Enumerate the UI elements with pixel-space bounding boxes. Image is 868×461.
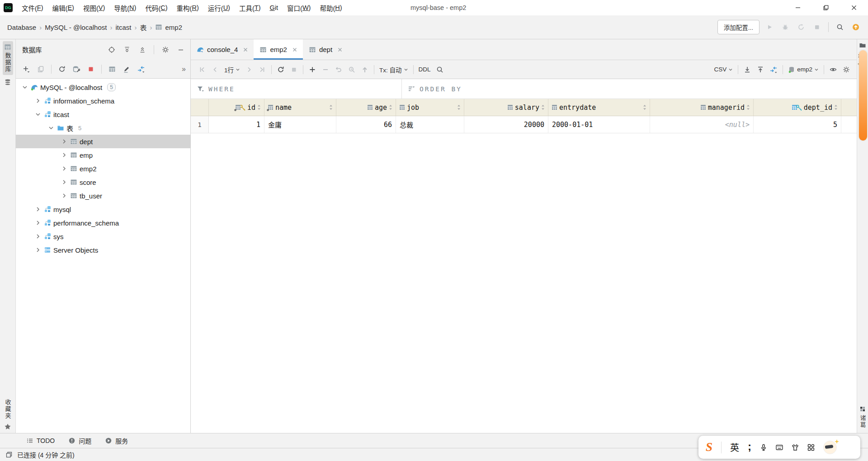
session-dropdown[interactable]: emp2	[786, 66, 821, 73]
cell-entrydate[interactable]: 2000-01-01	[548, 116, 650, 133]
menu-item-3[interactable]: 视图(V)	[79, 0, 109, 15]
column-header-dept_id[interactable]: dept_id	[754, 99, 841, 116]
breadcrumb-item-emp2[interactable]: emp2	[155, 24, 182, 31]
cell-job[interactable]: 总裁	[396, 116, 464, 133]
column-header-job[interactable]: job	[396, 99, 464, 116]
tab-emp2[interactable]: emp2	[254, 39, 303, 60]
breadcrumb-item-Database[interactable]: Database	[7, 24, 36, 31]
restore-button[interactable]	[812, 0, 840, 15]
tree-item-score[interactable]: score	[16, 175, 190, 189]
menu-item-4[interactable]: 导航(N)	[109, 0, 141, 15]
add-configuration-button[interactable]: 添加配置...	[717, 20, 760, 34]
tree-item-emp2[interactable]: emp2	[16, 162, 190, 175]
tree-item-mysql---@localhost[interactable]: MySQL - @localhost5	[16, 80, 190, 94]
menu-item-2[interactable]: 编辑(E)	[48, 0, 79, 15]
add-datasource-icon[interactable]	[20, 64, 32, 75]
tab-console_4[interactable]: console_4	[191, 39, 254, 60]
next-page-icon[interactable]	[243, 64, 255, 75]
cell-managerid[interactable]: <null>	[650, 116, 754, 133]
gear-icon[interactable]	[160, 44, 171, 55]
tool-window-button-database[interactable]: 数据库	[3, 41, 13, 75]
order-by-input[interactable]: ORDER BY	[402, 79, 857, 99]
tree-item-tb_user[interactable]: tb_user	[16, 189, 190, 202]
profiler-icon[interactable]	[795, 22, 807, 33]
first-page-icon[interactable]	[196, 64, 208, 75]
close-tab-icon[interactable]	[291, 46, 298, 53]
tree-item-performance_schema[interactable]: performance_schema	[16, 216, 190, 230]
ime-assistant-icon[interactable]	[823, 441, 837, 454]
locate-object-icon[interactable]	[106, 44, 118, 55]
cell-id[interactable]: 1	[209, 116, 264, 133]
stop-icon[interactable]	[811, 22, 823, 33]
tree-item-information_schema[interactable]: information_schema	[16, 94, 190, 108]
add-row-icon[interactable]	[307, 64, 318, 75]
tree-item-dept[interactable]: dept	[16, 135, 190, 148]
find-icon[interactable]	[434, 64, 446, 75]
tree-item-server-objects[interactable]: Server Objects	[16, 243, 190, 257]
menu-item-5[interactable]: 代码(C)	[141, 0, 172, 15]
sort-arrows-icon[interactable]	[257, 104, 261, 110]
previous-page-icon[interactable]	[209, 64, 221, 75]
menu-item-7[interactable]: 运行(U)	[203, 0, 235, 15]
tree-item-itcast[interactable]: itcast	[16, 108, 190, 121]
tree-item-emp[interactable]: emp	[16, 148, 190, 162]
menu-item-11[interactable]: 帮助(H)	[315, 0, 346, 15]
tx-mode-dropdown[interactable]: Tx: 自动	[377, 65, 410, 74]
edit-icon[interactable]	[121, 64, 132, 75]
expand-all-icon[interactable]	[121, 44, 133, 55]
stop-query-icon[interactable]	[288, 64, 300, 75]
tree-item-表[interactable]: 表5	[16, 121, 190, 135]
plugin-toolwindow-label[interactable]: 诸葛	[859, 415, 867, 428]
run-icon[interactable]	[764, 22, 775, 33]
column-header-age[interactable]: age	[336, 99, 396, 116]
sort-arrows-icon[interactable]	[746, 104, 750, 110]
view-data-icon[interactable]	[106, 64, 118, 75]
menu-item-1[interactable]: 文件(F)	[17, 0, 48, 15]
tree-item-mysql[interactable]: mysql	[16, 202, 190, 216]
menu-item-8[interactable]: 工具(T)	[235, 0, 265, 15]
close-tab-icon[interactable]	[336, 46, 344, 53]
microphone-icon[interactable]	[760, 444, 767, 451]
sort-arrows-icon[interactable]	[389, 104, 392, 110]
search-everywhere-icon[interactable]	[834, 22, 846, 33]
sort-arrows-icon[interactable]	[457, 104, 461, 110]
last-page-icon[interactable]	[256, 64, 268, 75]
reload-page-icon[interactable]	[275, 64, 287, 75]
revert-icon[interactable]	[333, 64, 344, 75]
export-data-icon[interactable]	[741, 64, 753, 75]
column-header-entrydate[interactable]: entrydate	[548, 99, 650, 116]
compare-icon[interactable]	[768, 64, 779, 75]
ddl-button[interactable]: DDL	[417, 66, 433, 73]
collapse-all-icon[interactable]	[137, 44, 148, 55]
tree-item-sys[interactable]: sys	[16, 230, 190, 243]
favorites-toolwindow-label[interactable]: 收藏夹	[4, 399, 12, 419]
star-icon[interactable]	[4, 423, 11, 430]
ime-language-toggle[interactable]: 英	[730, 441, 739, 454]
import-data-icon[interactable]	[755, 64, 766, 75]
grid-settings-icon[interactable]	[840, 64, 852, 75]
stop-red-icon[interactable]	[85, 64, 97, 75]
debug-icon[interactable]	[779, 22, 791, 33]
keyboard-icon[interactable]	[776, 444, 783, 451]
sort-arrows-icon[interactable]	[834, 104, 838, 110]
submit-icon[interactable]	[359, 64, 371, 75]
delete-row-icon[interactable]	[320, 64, 331, 75]
breadcrumb-item-MySQL - @localhost[interactable]: MySQL - @localhost	[45, 24, 107, 31]
toolwindow-button-问题[interactable]: 问题	[68, 436, 91, 445]
sort-arrows-icon[interactable]	[541, 104, 545, 110]
close-tab-icon[interactable]	[242, 46, 249, 53]
toolbox-grid-icon[interactable]	[807, 444, 815, 451]
menu-item-9[interactable]: Git	[265, 0, 283, 15]
breadcrumb-item-表[interactable]: 表	[140, 23, 146, 32]
column-header-salary[interactable]: salary	[464, 99, 548, 116]
toolwindow-button-todo[interactable]: TODO	[26, 437, 55, 444]
view-options-icon[interactable]	[827, 64, 839, 75]
page-size-dropdown[interactable]: 1行	[222, 65, 242, 74]
column-header-id[interactable]: id	[209, 99, 264, 116]
sogou-logo-icon[interactable]: S	[706, 440, 712, 454]
overflow-icon[interactable]: »	[182, 65, 188, 73]
find-row-icon[interactable]	[346, 64, 358, 75]
where-filter-input[interactable]: WHERE	[191, 79, 402, 99]
column-header-managerid[interactable]: managerid	[650, 99, 754, 116]
tab-dept[interactable]: dept	[303, 39, 348, 60]
